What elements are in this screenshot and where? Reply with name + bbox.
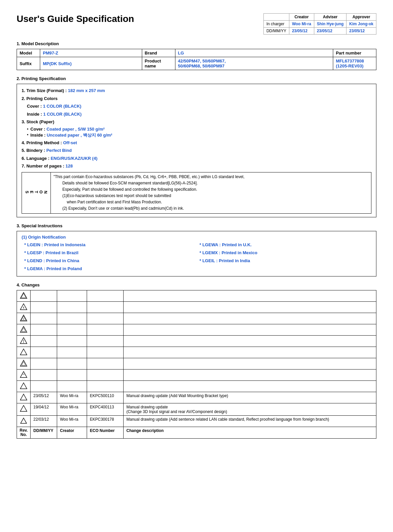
approval-creator-header: Creator (289, 14, 314, 21)
note-line-2: Details should be followed Eco-SCM manag… (53, 180, 368, 186)
rev-icon-9 (20, 386, 27, 390)
approval-date-approver: 23/05/12 (346, 28, 376, 35)
change-row-empty-7 (17, 358, 376, 369)
approval-adviser-value: Shin Hye-jung (314, 21, 346, 28)
origin-heading: (1) Origin Notification (22, 234, 371, 241)
inside-label: Inside : (27, 112, 43, 117)
footer-date-label: DD/MM/YY (31, 427, 57, 438)
change-desc-1 (124, 290, 376, 301)
trim-size-value: 182 mm x 257 mm (68, 88, 105, 93)
brand-value: LG (175, 49, 333, 57)
change-eco-3 (87, 313, 124, 324)
change-desc-8 (124, 369, 376, 380)
svg-marker-14 (22, 362, 26, 366)
rev-icon-3: 2 (20, 318, 27, 323)
cover-stock-text: Cover : Coated paper , S/W 150 g/m² (31, 127, 105, 132)
change-date-8 (31, 369, 57, 380)
change-row-empty-4 (17, 324, 376, 335)
change-desc-data-1: Manual drawing update (Add Wall Mounting… (124, 392, 376, 403)
inside-color-value: 1 COLOR (BLACK) (43, 112, 82, 117)
changes-section-heading: 4. Changes (17, 282, 376, 287)
change-desc-4 (124, 324, 376, 335)
change-creator-4 (57, 324, 87, 335)
model-section-heading: 1. Model Description (17, 41, 376, 46)
change-eco-4 (87, 324, 124, 335)
lgema-line: * LGEMA : Printed in Poland (24, 266, 196, 272)
approval-creator-value: Woo Mi-ra (289, 21, 314, 28)
change-date-data-1: 23/05/12 (31, 392, 57, 403)
lgewa-line: * LGEWA : Printed in U.K. (200, 242, 372, 249)
printing-method-value: Off-set (63, 140, 77, 145)
change-creator-3 (57, 313, 87, 324)
product-name-value: 42/50PM47, 50/60PM67,50/60PM68, 50/60PM9… (175, 57, 333, 70)
rev-icon-data-3 (20, 421, 27, 425)
cover-label: Cover : (27, 104, 43, 109)
bullet-1: • (27, 127, 29, 132)
special-section-heading: 3. Special Instructions (17, 223, 376, 228)
change-date-data-3: 22/03/12 (31, 415, 57, 427)
change-desc-9 (124, 380, 376, 392)
change-desc-data-2: Manual drawing update(Change 3D Input si… (124, 403, 376, 415)
change-date-1 (31, 290, 57, 301)
rev-icon-4 (20, 329, 27, 334)
change-date-7 (31, 358, 57, 369)
trim-size-label: 1. Trim Size (Format) : (22, 88, 68, 93)
change-eco-6 (87, 347, 124, 358)
printing-colors-heading: 2. Printing Colors (22, 96, 57, 101)
changes-table: 1 2 (17, 290, 376, 439)
page-title: User's Guide Specification (17, 13, 257, 25)
change-date-3 (31, 313, 57, 324)
svg-marker-15 (20, 372, 27, 377)
header: User's Guide Specification Creator Advis… (17, 13, 376, 35)
change-eco-2 (87, 301, 124, 313)
bindery-value: Perfect Bind (46, 148, 72, 153)
note-line-3: Especially, Part should be followed and … (53, 186, 368, 193)
cover-color-line: Cover : 1 COLOR (BLACK) (27, 103, 371, 110)
change-row-empty-6 (17, 347, 376, 358)
approval-date-adviser: 23/05/12 (314, 28, 346, 35)
rev-icon-data-1 (20, 397, 27, 402)
inside-stock-line: • Inside : Uncoated paper , 백상지 60 g/m² (27, 132, 371, 138)
footer-desc-label: Change description (124, 427, 376, 438)
svg-marker-17 (20, 383, 27, 389)
svg-text:1: 1 (23, 306, 25, 309)
note-line-6: (2) Especially, Don't use or contain lea… (53, 205, 368, 212)
footer-rev-label: Rev.No. (17, 427, 31, 438)
change-creator-2 (57, 301, 87, 313)
rev-icon-2: 1 (20, 307, 27, 311)
rev-icon-7 (20, 363, 27, 368)
stock-heading: 3. Stock (Paper) (22, 119, 54, 124)
change-creator-data-2: Woo Mi-ra (57, 403, 87, 415)
change-eco-9 (87, 380, 124, 392)
approval-approver-value: Kim Jong-ok (346, 21, 376, 28)
change-eco-8 (87, 369, 124, 380)
approval-table: Creator Adviser Approver In charger Woo … (263, 13, 376, 35)
change-date-6 (31, 347, 57, 358)
pages-value: 128 (65, 163, 73, 168)
inside-stock-text: Inside : Uncoated paper , 백상지 60 g/m² (31, 132, 112, 138)
part-number-label: Part number (333, 49, 376, 57)
change-date-4 (31, 324, 57, 335)
notes-content: "This part contain Eco-hazardous substan… (51, 172, 371, 213)
rev-icon-8 (20, 374, 27, 379)
printing-spec-box: 1. Trim Size (Format) : 182 mm x 257 mm … (17, 84, 376, 217)
printing-section-heading: 2. Printing Specification (17, 76, 376, 81)
brand-label: Brand (142, 49, 175, 57)
svg-marker-12 (20, 349, 27, 355)
part-number-value: MFL67377808(1205-REV03) (333, 57, 376, 70)
change-creator-data-3: Woo Mi-ra (57, 415, 87, 427)
change-desc-5 (124, 335, 376, 347)
rev-icon-5 (20, 341, 27, 345)
model-value: PM97-Z (40, 49, 142, 57)
change-row-data-1: 23/05/12 Woo Mi-ra EKPC500110 Manual dra… (17, 392, 376, 403)
language-value: ENG/RUS/KAZ/UKR (4) (50, 156, 97, 161)
change-eco-data-1: EKPC500110 (87, 392, 124, 403)
change-row-empty-3: 2 (17, 313, 376, 324)
language-line: 6. Language : ENG/RUS/KAZ/UKR (4) (22, 155, 371, 162)
change-row-empty-5 (17, 335, 376, 347)
stock-label: 3. Stock (Paper) (22, 119, 371, 125)
origin-columns: * LGEIN : Printed in Indonesia * LGESP :… (24, 242, 371, 273)
footer-creator-label: Creator (57, 427, 87, 438)
rev-icon-1 (20, 295, 27, 300)
change-desc-6 (124, 347, 376, 358)
